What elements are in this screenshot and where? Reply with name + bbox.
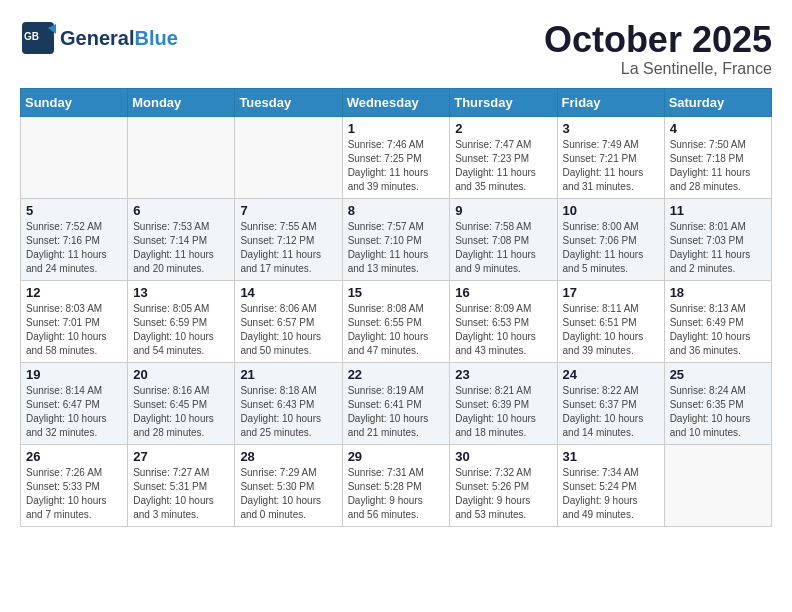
- day-number: 16: [455, 285, 551, 300]
- table-row: 23Sunrise: 8:21 AM Sunset: 6:39 PM Dayli…: [450, 362, 557, 444]
- calendar-week-row: 19Sunrise: 8:14 AM Sunset: 6:47 PM Dayli…: [21, 362, 772, 444]
- day-info: Sunrise: 8:06 AM Sunset: 6:57 PM Dayligh…: [240, 302, 336, 358]
- day-number: 2: [455, 121, 551, 136]
- day-info: Sunrise: 7:58 AM Sunset: 7:08 PM Dayligh…: [455, 220, 551, 276]
- month-title: October 2025: [544, 20, 772, 60]
- day-info: Sunrise: 7:47 AM Sunset: 7:23 PM Dayligh…: [455, 138, 551, 194]
- table-row: 9Sunrise: 7:58 AM Sunset: 7:08 PM Daylig…: [450, 198, 557, 280]
- table-row: 4Sunrise: 7:50 AM Sunset: 7:18 PM Daylig…: [664, 116, 771, 198]
- day-info: Sunrise: 7:53 AM Sunset: 7:14 PM Dayligh…: [133, 220, 229, 276]
- table-row: 27Sunrise: 7:27 AM Sunset: 5:31 PM Dayli…: [128, 444, 235, 526]
- col-wednesday: Wednesday: [342, 88, 450, 116]
- day-number: 6: [133, 203, 229, 218]
- logo: GB GeneralBlue: [20, 20, 178, 56]
- day-number: 29: [348, 449, 445, 464]
- calendar-week-row: 1Sunrise: 7:46 AM Sunset: 7:25 PM Daylig…: [21, 116, 772, 198]
- table-row: 18Sunrise: 8:13 AM Sunset: 6:49 PM Dayli…: [664, 280, 771, 362]
- table-row: 16Sunrise: 8:09 AM Sunset: 6:53 PM Dayli…: [450, 280, 557, 362]
- table-row: 19Sunrise: 8:14 AM Sunset: 6:47 PM Dayli…: [21, 362, 128, 444]
- day-number: 28: [240, 449, 336, 464]
- day-number: 8: [348, 203, 445, 218]
- day-info: Sunrise: 7:34 AM Sunset: 5:24 PM Dayligh…: [563, 466, 659, 522]
- day-info: Sunrise: 7:49 AM Sunset: 7:21 PM Dayligh…: [563, 138, 659, 194]
- day-number: 25: [670, 367, 766, 382]
- calendar-week-row: 26Sunrise: 7:26 AM Sunset: 5:33 PM Dayli…: [21, 444, 772, 526]
- table-row: [664, 444, 771, 526]
- table-row: 28Sunrise: 7:29 AM Sunset: 5:30 PM Dayli…: [235, 444, 342, 526]
- table-row: [21, 116, 128, 198]
- day-number: 13: [133, 285, 229, 300]
- day-number: 20: [133, 367, 229, 382]
- day-info: Sunrise: 8:08 AM Sunset: 6:55 PM Dayligh…: [348, 302, 445, 358]
- day-info: Sunrise: 7:32 AM Sunset: 5:26 PM Dayligh…: [455, 466, 551, 522]
- col-saturday: Saturday: [664, 88, 771, 116]
- day-number: 17: [563, 285, 659, 300]
- day-number: 3: [563, 121, 659, 136]
- col-friday: Friday: [557, 88, 664, 116]
- day-info: Sunrise: 8:03 AM Sunset: 7:01 PM Dayligh…: [26, 302, 122, 358]
- day-number: 1: [348, 121, 445, 136]
- day-number: 31: [563, 449, 659, 464]
- table-row: 17Sunrise: 8:11 AM Sunset: 6:51 PM Dayli…: [557, 280, 664, 362]
- day-number: 24: [563, 367, 659, 382]
- day-info: Sunrise: 8:16 AM Sunset: 6:45 PM Dayligh…: [133, 384, 229, 440]
- day-number: 21: [240, 367, 336, 382]
- day-info: Sunrise: 8:05 AM Sunset: 6:59 PM Dayligh…: [133, 302, 229, 358]
- day-number: 5: [26, 203, 122, 218]
- day-info: Sunrise: 7:57 AM Sunset: 7:10 PM Dayligh…: [348, 220, 445, 276]
- col-thursday: Thursday: [450, 88, 557, 116]
- table-row: 29Sunrise: 7:31 AM Sunset: 5:28 PM Dayli…: [342, 444, 450, 526]
- table-row: 15Sunrise: 8:08 AM Sunset: 6:55 PM Dayli…: [342, 280, 450, 362]
- day-number: 19: [26, 367, 122, 382]
- table-row: 30Sunrise: 7:32 AM Sunset: 5:26 PM Dayli…: [450, 444, 557, 526]
- col-sunday: Sunday: [21, 88, 128, 116]
- day-info: Sunrise: 8:11 AM Sunset: 6:51 PM Dayligh…: [563, 302, 659, 358]
- day-number: 23: [455, 367, 551, 382]
- table-row: 13Sunrise: 8:05 AM Sunset: 6:59 PM Dayli…: [128, 280, 235, 362]
- calendar-header-row: Sunday Monday Tuesday Wednesday Thursday…: [21, 88, 772, 116]
- calendar-week-row: 5Sunrise: 7:52 AM Sunset: 7:16 PM Daylig…: [21, 198, 772, 280]
- title-block: October 2025 La Sentinelle, France: [544, 20, 772, 78]
- day-number: 4: [670, 121, 766, 136]
- table-row: [128, 116, 235, 198]
- day-info: Sunrise: 8:21 AM Sunset: 6:39 PM Dayligh…: [455, 384, 551, 440]
- day-info: Sunrise: 8:22 AM Sunset: 6:37 PM Dayligh…: [563, 384, 659, 440]
- table-row: 31Sunrise: 7:34 AM Sunset: 5:24 PM Dayli…: [557, 444, 664, 526]
- col-monday: Monday: [128, 88, 235, 116]
- table-row: 7Sunrise: 7:55 AM Sunset: 7:12 PM Daylig…: [235, 198, 342, 280]
- day-number: 26: [26, 449, 122, 464]
- day-number: 15: [348, 285, 445, 300]
- table-row: 26Sunrise: 7:26 AM Sunset: 5:33 PM Dayli…: [21, 444, 128, 526]
- day-info: Sunrise: 8:14 AM Sunset: 6:47 PM Dayligh…: [26, 384, 122, 440]
- table-row: 3Sunrise: 7:49 AM Sunset: 7:21 PM Daylig…: [557, 116, 664, 198]
- day-info: Sunrise: 7:31 AM Sunset: 5:28 PM Dayligh…: [348, 466, 445, 522]
- page-header: GB GeneralBlue October 2025 La Sentinell…: [20, 20, 772, 78]
- table-row: 8Sunrise: 7:57 AM Sunset: 7:10 PM Daylig…: [342, 198, 450, 280]
- day-info: Sunrise: 7:46 AM Sunset: 7:25 PM Dayligh…: [348, 138, 445, 194]
- day-number: 27: [133, 449, 229, 464]
- day-info: Sunrise: 7:29 AM Sunset: 5:30 PM Dayligh…: [240, 466, 336, 522]
- day-number: 18: [670, 285, 766, 300]
- calendar-week-row: 12Sunrise: 8:03 AM Sunset: 7:01 PM Dayli…: [21, 280, 772, 362]
- day-info: Sunrise: 8:01 AM Sunset: 7:03 PM Dayligh…: [670, 220, 766, 276]
- table-row: 5Sunrise: 7:52 AM Sunset: 7:16 PM Daylig…: [21, 198, 128, 280]
- day-number: 11: [670, 203, 766, 218]
- day-info: Sunrise: 7:50 AM Sunset: 7:18 PM Dayligh…: [670, 138, 766, 194]
- day-info: Sunrise: 8:00 AM Sunset: 7:06 PM Dayligh…: [563, 220, 659, 276]
- table-row: 2Sunrise: 7:47 AM Sunset: 7:23 PM Daylig…: [450, 116, 557, 198]
- table-row: 11Sunrise: 8:01 AM Sunset: 7:03 PM Dayli…: [664, 198, 771, 280]
- day-number: 12: [26, 285, 122, 300]
- table-row: 20Sunrise: 8:16 AM Sunset: 6:45 PM Dayli…: [128, 362, 235, 444]
- svg-text:GB: GB: [24, 31, 39, 42]
- day-number: 7: [240, 203, 336, 218]
- day-number: 10: [563, 203, 659, 218]
- col-tuesday: Tuesday: [235, 88, 342, 116]
- day-number: 9: [455, 203, 551, 218]
- day-info: Sunrise: 8:18 AM Sunset: 6:43 PM Dayligh…: [240, 384, 336, 440]
- location: La Sentinelle, France: [544, 60, 772, 78]
- day-info: Sunrise: 7:52 AM Sunset: 7:16 PM Dayligh…: [26, 220, 122, 276]
- table-row: 12Sunrise: 8:03 AM Sunset: 7:01 PM Dayli…: [21, 280, 128, 362]
- table-row: 24Sunrise: 8:22 AM Sunset: 6:37 PM Dayli…: [557, 362, 664, 444]
- table-row: 14Sunrise: 8:06 AM Sunset: 6:57 PM Dayli…: [235, 280, 342, 362]
- table-row: 1Sunrise: 7:46 AM Sunset: 7:25 PM Daylig…: [342, 116, 450, 198]
